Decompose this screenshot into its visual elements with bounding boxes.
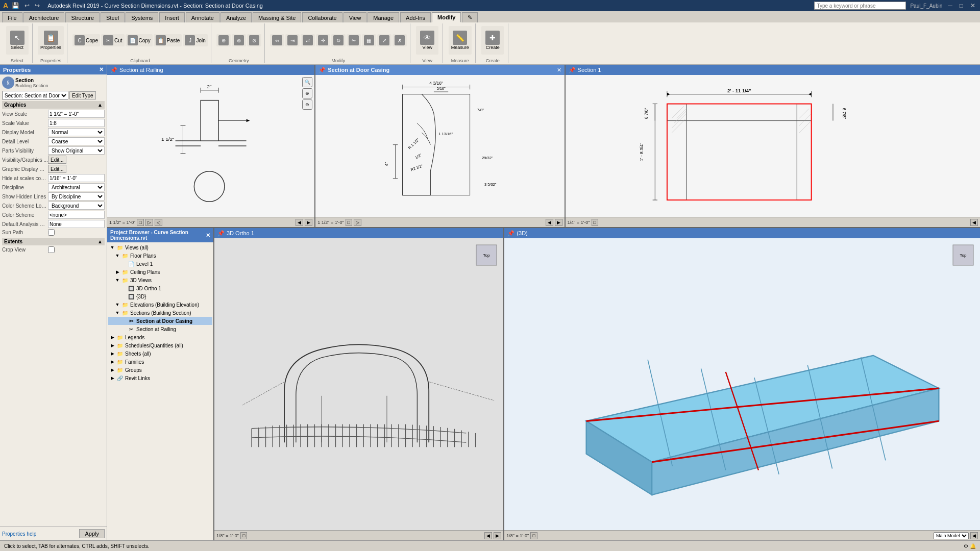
- color-scheme-val[interactable]: [48, 211, 105, 219]
- main-model-select[interactable]: Main Model: [934, 532, 969, 539]
- create-button[interactable]: ✚ Create: [481, 26, 504, 55]
- search-input[interactable]: [814, 2, 906, 10]
- discipline-select[interactable]: Architectural: [48, 183, 105, 191]
- tab-systems[interactable]: Systems: [126, 12, 158, 22]
- rotate-button[interactable]: ↻: [331, 34, 346, 46]
- crop-view-checkbox[interactable]: [48, 246, 55, 253]
- select-button[interactable]: ↖ Select: [6, 26, 29, 55]
- pb-expand-sched[interactable]: ▶: [109, 342, 115, 348]
- cut-button[interactable]: ✂ Cut: [101, 34, 125, 46]
- cope-button[interactable]: C Cope: [72, 34, 100, 46]
- tab-annotate[interactable]: Annotate: [186, 12, 219, 22]
- view-3d-content[interactable]: Top: [504, 238, 980, 530]
- pb-sections[interactable]: ▼ 📁 Sections (Building Section): [108, 309, 212, 317]
- color-scheme-loc-select[interactable]: Background: [48, 202, 105, 210]
- tab-architecture[interactable]: Architecture: [23, 12, 65, 22]
- view-title-door[interactable]: Section at Door Casing: [328, 67, 389, 73]
- quick-access-save[interactable]: 💾: [10, 2, 21, 9]
- hide-scales-val[interactable]: [48, 174, 105, 182]
- nav-cube-3d[interactable]: Top: [950, 242, 976, 268]
- pb-expand-elev[interactable]: ▼: [114, 302, 120, 308]
- tab-structure[interactable]: Structure: [65, 12, 100, 22]
- pb-families[interactable]: ▶ 📁 Families: [108, 358, 212, 366]
- view-pin-icon-door[interactable]: 📌: [318, 67, 326, 73]
- default-analysis-val[interactable]: [48, 220, 105, 228]
- quick-access-redo[interactable]: ↪: [33, 2, 41, 9]
- pb-groups[interactable]: ▶ 📁 Groups: [108, 366, 212, 374]
- geom-btn3[interactable]: ⊘: [247, 34, 261, 46]
- door-vc-2[interactable]: ▷: [354, 219, 361, 226]
- pb-expand-views[interactable]: ▼: [109, 244, 115, 251]
- pb-expand-grp[interactable]: ▶: [109, 367, 115, 373]
- parts-vis-select[interactable]: Show Original: [48, 146, 105, 155]
- copy-button[interactable]: 📄 Copy: [126, 34, 153, 46]
- move-button[interactable]: ✛: [316, 34, 330, 46]
- tab-view[interactable]: View: [344, 12, 367, 22]
- array-button[interactable]: ▦: [362, 34, 376, 46]
- vc-btn-3[interactable]: ◁: [155, 219, 162, 226]
- quick-access-undo[interactable]: ↩: [23, 2, 31, 9]
- view-railing-content[interactable]: 🔍 ⊕ ⊖ 2": [107, 75, 314, 217]
- apply-button[interactable]: Apply: [79, 529, 105, 538]
- vc-btn-nav-right[interactable]: ▶: [305, 219, 312, 226]
- tab-modify[interactable]: Modify: [432, 12, 461, 22]
- pb-legends[interactable]: ▶ 📁 Legends: [108, 333, 212, 341]
- pb-sheets[interactable]: ▶ 📁 Sheets (all): [108, 349, 212, 358]
- tab-file[interactable]: File: [2, 12, 22, 22]
- tab-manage[interactable]: Manage: [368, 12, 399, 22]
- view-door-content[interactable]: 4 3/16" 5/16" 7/8" 1 13/16" 29/32" 3 5/3…: [315, 75, 564, 217]
- door-vc-nav-right[interactable]: ▶: [555, 219, 562, 226]
- vc-btn-2[interactable]: ▷: [145, 219, 153, 226]
- pb-elevations[interactable]: ▼ 📁 Elevations (Building Elevation): [108, 300, 212, 309]
- align-button[interactable]: ⇔: [270, 34, 284, 46]
- pb-3d-views[interactable]: ▼ 📁 3D Views: [108, 276, 212, 284]
- paste-button[interactable]: 📋 Paste: [154, 34, 182, 46]
- close-btn[interactable]: ✕: [969, 2, 977, 9]
- 3do-vc-1[interactable]: □: [240, 532, 247, 539]
- maximize-btn[interactable]: □: [958, 2, 965, 9]
- view-section1-content[interactable]: 2' - 11 1/4" 6 7/8" 6 7/8" 1' - 8 3/4": [566, 75, 980, 217]
- 3d-nav-left[interactable]: ◀: [970, 532, 978, 539]
- scale-input[interactable]: [54, 120, 74, 126]
- view-pin-3do[interactable]: 📌: [217, 230, 225, 237]
- vc-btn-nav-left[interactable]: ◀: [296, 219, 303, 226]
- pb-3d-default[interactable]: 🔲 {3D}: [108, 292, 212, 300]
- 3d-vc-1[interactable]: □: [530, 532, 537, 539]
- tab-steel[interactable]: Steel: [101, 12, 125, 22]
- vc-btn-1[interactable]: □: [137, 219, 143, 226]
- delete-button[interactable]: ✗: [393, 34, 407, 46]
- view-scale-value[interactable]: [48, 110, 105, 118]
- pb-expand-3d[interactable]: ▼: [114, 277, 120, 283]
- pb-close-icon[interactable]: ✕: [206, 232, 210, 239]
- detail-level-select[interactable]: Coarse: [48, 137, 105, 145]
- vis-graphics-btn[interactable]: Edit...: [48, 156, 66, 164]
- view-title-section1[interactable]: Section 1: [578, 67, 601, 73]
- s1-vc-nav-left[interactable]: ◀: [970, 219, 978, 226]
- tab-collaborate[interactable]: Collaborate: [302, 12, 342, 22]
- view-pin-3d[interactable]: 📌: [507, 230, 514, 237]
- door-vc-nav-left[interactable]: ◀: [546, 219, 553, 226]
- door-vc-1[interactable]: □: [346, 219, 352, 226]
- edit-type-button[interactable]: Edit Type: [69, 91, 96, 99]
- view-pin-icon-s1[interactable]: 📌: [569, 67, 576, 73]
- tab-insert[interactable]: Insert: [159, 12, 185, 22]
- geom-btn2[interactable]: ⊗: [232, 34, 246, 46]
- join-button[interactable]: J Join: [183, 34, 207, 46]
- view-3d-ortho-content[interactable]: Top: [214, 238, 503, 530]
- extents-section-header[interactable]: Extents ▲: [2, 238, 105, 245]
- app-logo-icon[interactable]: A: [3, 2, 8, 10]
- geom-btn1[interactable]: ⊕: [216, 34, 231, 46]
- s1-vc-1[interactable]: □: [592, 219, 598, 226]
- graphic-display-btn[interactable]: Edit...: [48, 165, 66, 173]
- pb-level1[interactable]: 📄 Level 1: [108, 260, 212, 268]
- sun-path-checkbox[interactable]: [48, 229, 55, 236]
- tab-massing[interactable]: Massing & Site: [253, 12, 301, 22]
- pb-section-railing[interactable]: ✂ Section at Railing: [108, 325, 212, 333]
- instance-dropdown[interactable]: Section: Section at Door Casing: [2, 91, 68, 100]
- pb-section-door[interactable]: ✂ Section at Door Casing: [108, 317, 212, 325]
- pb-expand-leg[interactable]: ▶: [109, 334, 115, 340]
- pb-schedules[interactable]: ▶ 📁 Schedules/Quantities (all): [108, 341, 212, 349]
- tab-contextual[interactable]: ✎: [462, 12, 478, 22]
- view-button[interactable]: 👁 View: [416, 26, 438, 55]
- pb-expand-ceiling[interactable]: ▶: [114, 269, 120, 275]
